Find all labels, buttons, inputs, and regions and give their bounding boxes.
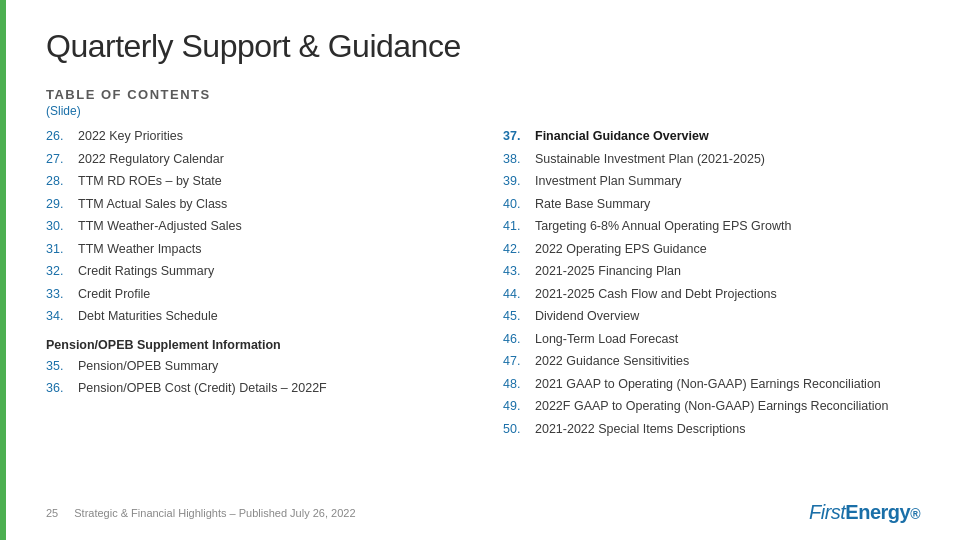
toc-num: 44. <box>503 287 535 301</box>
list-item[interactable]: 38. Sustainable Investment Plan (2021-20… <box>503 151 920 169</box>
toc-num: 50. <box>503 422 535 436</box>
toc-num: 35. <box>46 359 78 373</box>
list-item[interactable]: 33. Credit Profile <box>46 286 463 304</box>
list-item[interactable]: 48. 2021 GAAP to Operating (Non-GAAP) Ea… <box>503 376 920 394</box>
toc-num: 27. <box>46 152 78 166</box>
toc-num: 38. <box>503 152 535 166</box>
page-title: Quarterly Support & Guidance <box>46 28 920 65</box>
toc-num: 31. <box>46 242 78 256</box>
list-item[interactable]: 34. Debt Maturities Schedule <box>46 308 463 326</box>
toc-text: 2021-2022 Special Items Descriptions <box>535 421 746 439</box>
toc-text: 2022 Guidance Sensitivities <box>535 353 689 371</box>
footer: 25 Strategic & Financial Highlights – Pu… <box>46 501 920 524</box>
toc-text: TTM Weather-Adjusted Sales <box>78 218 242 236</box>
toc-text: Long-Term Load Forecast <box>535 331 678 349</box>
toc-text: Investment Plan Summary <box>535 173 682 191</box>
toc-text: 2022F GAAP to Operating (Non-GAAP) Earni… <box>535 398 888 416</box>
toc-num: 37. <box>503 129 535 143</box>
toc-text: Targeting 6-8% Annual Operating EPS Grow… <box>535 218 791 236</box>
list-item[interactable]: 31. TTM Weather Impacts <box>46 241 463 259</box>
toc-num: 39. <box>503 174 535 188</box>
logo-first: First <box>809 501 845 523</box>
section-header-pension: Pension/OPEB Supplement Information <box>46 338 463 352</box>
toc-text: 2022 Regulatory Calendar <box>78 151 224 169</box>
toc-header: TABLE OF CONTENTS <box>46 87 920 102</box>
list-item[interactable]: 26. 2022 Key Priorities <box>46 128 463 146</box>
list-item[interactable]: 42. 2022 Operating EPS Guidance <box>503 241 920 259</box>
toc-num: 32. <box>46 264 78 278</box>
list-item[interactable]: 45. Dividend Overview <box>503 308 920 326</box>
list-item[interactable]: 29. TTM Actual Sales by Class <box>46 196 463 214</box>
toc-num: 30. <box>46 219 78 233</box>
toc-text: Sustainable Investment Plan (2021-2025) <box>535 151 765 169</box>
toc-text: Rate Base Summary <box>535 196 650 214</box>
list-item[interactable]: 27. 2022 Regulatory Calendar <box>46 151 463 169</box>
toc-num: 48. <box>503 377 535 391</box>
list-item[interactable]: 40. Rate Base Summary <box>503 196 920 214</box>
toc-text: Pension/OPEB Summary <box>78 358 218 376</box>
toc-text: 2022 Key Priorities <box>78 128 183 146</box>
list-item[interactable]: 41. Targeting 6-8% Annual Operating EPS … <box>503 218 920 236</box>
list-item[interactable]: 37. Financial Guidance Overview <box>503 128 920 146</box>
toc-text: 2022 Operating EPS Guidance <box>535 241 707 259</box>
footer-page: 25 <box>46 507 58 519</box>
toc-text: 2021-2025 Financing Plan <box>535 263 681 281</box>
list-item[interactable]: 43. 2021-2025 Financing Plan <box>503 263 920 281</box>
list-item[interactable]: 50. 2021-2022 Special Items Descriptions <box>503 421 920 439</box>
list-item[interactable]: 36. Pension/OPEB Cost (Credit) Details –… <box>46 380 463 398</box>
toc-num: 36. <box>46 381 78 395</box>
list-item[interactable]: 46. Long-Term Load Forecast <box>503 331 920 349</box>
list-item[interactable]: 30. TTM Weather-Adjusted Sales <box>46 218 463 236</box>
toc-text: TTM Weather Impacts <box>78 241 201 259</box>
toc-text: Pension/OPEB Cost (Credit) Details – 202… <box>78 380 327 398</box>
toc-num: 40. <box>503 197 535 211</box>
toc-left-column: 26. 2022 Key Priorities 27. 2022 Regulat… <box>46 128 463 443</box>
toc-num: 28. <box>46 174 78 188</box>
toc-text: 2021 GAAP to Operating (Non-GAAP) Earnin… <box>535 376 881 394</box>
main-content: Quarterly Support & Guidance TABLE OF CO… <box>6 0 960 540</box>
toc-text: Financial Guidance Overview <box>535 128 709 146</box>
toc-text: Dividend Overview <box>535 308 639 326</box>
footer-logo: FirstEnergy® <box>809 501 920 524</box>
toc-num: 45. <box>503 309 535 323</box>
toc-text: TTM RD ROEs – by State <box>78 173 222 191</box>
toc-text: Debt Maturities Schedule <box>78 308 218 326</box>
toc-right-column: 37. Financial Guidance Overview 38. Sust… <box>503 128 920 443</box>
toc-num: 42. <box>503 242 535 256</box>
toc-num: 47. <box>503 354 535 368</box>
toc-text: Credit Ratings Summary <box>78 263 214 281</box>
toc-num: 41. <box>503 219 535 233</box>
list-item[interactable]: 44. 2021-2025 Cash Flow and Debt Project… <box>503 286 920 304</box>
toc-num: 43. <box>503 264 535 278</box>
toc-num: 46. <box>503 332 535 346</box>
toc-text: Credit Profile <box>78 286 150 304</box>
logo-dot: ® <box>910 506 920 522</box>
list-item[interactable]: 32. Credit Ratings Summary <box>46 263 463 281</box>
footer-text: Strategic & Financial Highlights – Publi… <box>74 507 355 519</box>
toc-num: 29. <box>46 197 78 211</box>
logo-energy: Energy <box>845 501 910 523</box>
list-item[interactable]: 39. Investment Plan Summary <box>503 173 920 191</box>
toc-num: 33. <box>46 287 78 301</box>
toc-columns: 26. 2022 Key Priorities 27. 2022 Regulat… <box>46 128 920 443</box>
toc-num: 26. <box>46 129 78 143</box>
toc-text: 2021-2025 Cash Flow and Debt Projections <box>535 286 777 304</box>
toc-num: 34. <box>46 309 78 323</box>
toc-text: TTM Actual Sales by Class <box>78 196 227 214</box>
list-item[interactable]: 47. 2022 Guidance Sensitivities <box>503 353 920 371</box>
toc-num: 49. <box>503 399 535 413</box>
list-item[interactable]: 35. Pension/OPEB Summary <box>46 358 463 376</box>
footer-left: 25 Strategic & Financial Highlights – Pu… <box>46 507 356 519</box>
list-item[interactable]: 49. 2022F GAAP to Operating (Non-GAAP) E… <box>503 398 920 416</box>
list-item[interactable]: 28. TTM RD ROEs – by State <box>46 173 463 191</box>
slide-label: (Slide) <box>46 104 920 118</box>
